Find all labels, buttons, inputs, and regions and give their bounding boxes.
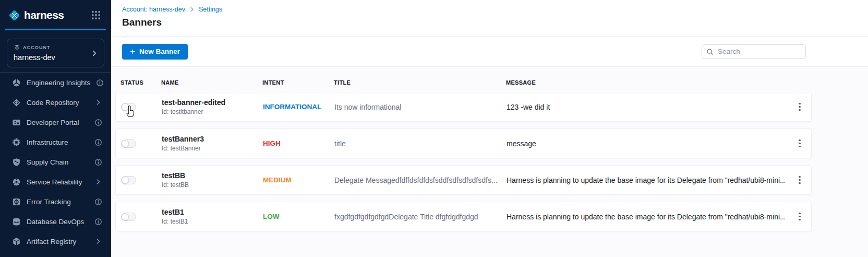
page-header: Account: harness-dev Settings Banners <box>111 0 868 37</box>
info-icon[interactable] <box>94 119 102 126</box>
toggle-knob <box>122 213 129 220</box>
column-header-status: STATUS <box>120 79 161 86</box>
toggle-knob <box>122 140 129 147</box>
status-cell <box>121 103 162 111</box>
name-cell: testBB Id: testBB <box>162 171 263 189</box>
page-title: Banners <box>122 17 868 28</box>
status-cell <box>121 213 162 221</box>
status-toggle[interactable] <box>121 213 136 221</box>
search-icon <box>706 48 714 55</box>
info-icon[interactable] <box>96 79 104 87</box>
chevron-right-icon <box>91 50 98 57</box>
banner-title: fxgdfgdfgdfgdfgdDelegate Title dfgfdgdfg… <box>334 213 507 221</box>
chevron-right-icon <box>94 178 102 186</box>
search-box[interactable] <box>702 44 806 59</box>
name-cell: testB1 Id: testB1 <box>162 208 263 225</box>
sidebar-item-label: Artifact Registry <box>27 238 89 246</box>
app-root: harness ACCOUNT harness-dev <box>0 0 868 257</box>
column-header-name: NAME <box>161 79 262 86</box>
sidebar-item-label: Service Reliability <box>27 178 89 186</box>
sidebar-item-label: Engineering Insights <box>27 79 90 87</box>
sidebar-accent-line <box>5 29 106 30</box>
banner-message: message <box>507 139 785 148</box>
breadcrumb: Account: harness-dev Settings <box>122 6 868 13</box>
developer-portal-icon <box>12 118 21 127</box>
new-banner-button[interactable]: + New Banner <box>122 44 188 60</box>
sidebar-item-label: Supply Chain <box>27 158 89 166</box>
row-menu-button[interactable] <box>793 210 806 224</box>
row-menu-button[interactable] <box>793 137 806 150</box>
sidebar-item-engineering-insights[interactable]: Engineering Insights <box>0 73 111 92</box>
supply-chain-icon <box>12 158 21 167</box>
table-row[interactable]: testB1 Id: testB1 LOW fxgdfgdfgdfgdfgdDe… <box>115 202 812 231</box>
row-menu-button[interactable] <box>793 173 806 187</box>
artifact-registry-icon <box>12 237 21 246</box>
sidebar-item-label: Code Repository <box>27 99 89 107</box>
sidebar-item-database-devops[interactable]: Database DevOps <box>0 212 111 231</box>
sidebar-item-developer-portal[interactable]: Developer Portal <box>0 112 111 132</box>
sidebar-item-infrastructure[interactable]: Infrastructure <box>0 132 111 152</box>
banner-name: testB1 <box>162 208 263 216</box>
banners-table: STATUS NAME INTENT TITLE MESSAGE test-ba… <box>111 67 868 257</box>
table-row[interactable]: testBanner3 Id: testBanner HIGH title me… <box>115 128 812 158</box>
banner-title: Its now informational <box>334 103 507 111</box>
harness-logo-icon <box>7 8 21 22</box>
sidebar: harness ACCOUNT harness-dev <box>0 0 111 257</box>
sidebar-item-label: Database DevOps <box>27 218 89 226</box>
banner-id: Id: testBB <box>162 181 263 189</box>
toggle-knob <box>122 103 129 111</box>
status-toggle[interactable] <box>121 139 136 148</box>
banner-name: testBB <box>162 171 263 180</box>
sidebar-item-service-reliability[interactable]: Service Reliability <box>0 172 111 192</box>
banner-name: test-banner-edited <box>162 98 263 107</box>
sidebar-item-supply-chain[interactable]: Supply Chain <box>0 152 111 172</box>
intent-badge: MEDIUM <box>263 176 334 184</box>
sidebar-item-error-tracking[interactable]: Error Tracking <box>0 192 111 212</box>
apps-grid-icon[interactable] <box>91 10 101 20</box>
main-content: Account: harness-dev Settings Banners + … <box>111 0 868 257</box>
banner-title: title <box>334 139 507 148</box>
sidebar-item-label: Developer Portal <box>27 119 89 126</box>
account-selector[interactable]: ACCOUNT harness-dev <box>7 39 104 67</box>
sidebar-item-code-repository[interactable]: Code Repository <box>0 92 111 112</box>
banner-message: Harness is planning to update the base i… <box>507 176 785 184</box>
banner-message: 123 -we did it <box>507 103 785 111</box>
sidebar-item-label: Error Tracking <box>27 198 89 206</box>
info-icon[interactable] <box>94 158 102 166</box>
error-tracking-icon <box>12 197 21 206</box>
banner-title: Delegate Messagedfdffdsfdfdsfsddfsdfsdfs… <box>334 176 507 184</box>
name-cell: test-banner-edited Id: testitbanner <box>162 98 263 115</box>
account-icon <box>14 44 20 51</box>
status-cell <box>121 139 162 148</box>
search-input[interactable] <box>717 47 801 56</box>
status-toggle[interactable] <box>121 103 136 111</box>
account-label: ACCOUNT <box>23 45 51 50</box>
intent-badge: LOW <box>263 213 334 220</box>
table-row[interactable]: testBB Id: testBB MEDIUM Delegate Messag… <box>115 165 812 195</box>
banner-message: Harness is planning to update the base i… <box>507 213 785 221</box>
sidebar-item-artifact-registry[interactable]: Artifact Registry <box>0 231 111 251</box>
breadcrumb-account-link[interactable]: Account: harness-dev <box>122 6 185 13</box>
chevron-right-icon <box>94 238 102 246</box>
harness-logo[interactable]: harness <box>7 8 64 22</box>
account-name: harness-dev <box>14 53 98 62</box>
info-icon[interactable] <box>94 198 102 206</box>
sidebar-nav: Engineering Insights Code Repository Dev… <box>0 73 111 251</box>
info-icon[interactable] <box>94 218 102 226</box>
table-row[interactable]: test-banner-edited Id: testitbanner INFO… <box>115 92 812 122</box>
plus-icon: + <box>130 47 135 56</box>
row-menu-button[interactable] <box>793 100 806 114</box>
sidebar-header: harness <box>0 0 111 23</box>
status-toggle[interactable] <box>121 176 136 184</box>
name-cell: testBanner3 Id: testBanner <box>162 135 263 152</box>
banner-id: Id: testB1 <box>162 218 263 225</box>
toolbar: + New Banner <box>111 37 868 67</box>
code-repository-icon <box>12 98 21 107</box>
banner-id: Id: testitbanner <box>162 108 263 115</box>
intent-badge: HIGH <box>263 139 334 147</box>
column-header-intent: INTENT <box>262 79 334 86</box>
breadcrumb-settings-link[interactable]: Settings <box>199 6 222 13</box>
banner-name: testBanner3 <box>162 135 263 143</box>
info-icon[interactable] <box>94 138 102 146</box>
harness-logo-text: harness <box>24 9 64 21</box>
